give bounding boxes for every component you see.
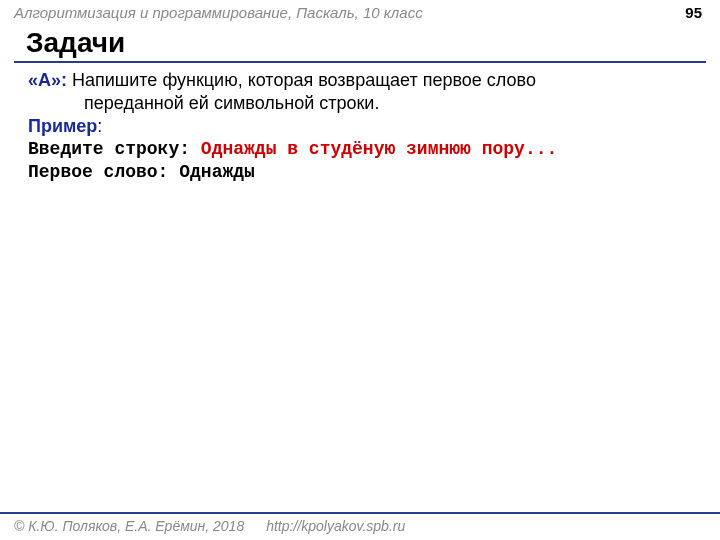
task-level-label: «A»:	[28, 70, 67, 90]
example-prompt: Введите строку:	[28, 139, 201, 159]
slide: Алгоритмизация и программирование, Паска…	[0, 0, 720, 540]
task-text-1: Напишите функцию, которая возвращает пер…	[67, 70, 536, 90]
footer-url: http://kpolyakov.spb.ru	[266, 518, 405, 534]
example-label-line: Пример:	[28, 115, 692, 138]
example-user-input: Однажды в студёную зимнюю пору...	[201, 139, 557, 159]
example-colon: :	[97, 116, 102, 136]
example-result-label: Первое слово:	[28, 162, 179, 182]
task-line-1: «A»: Напишите функцию, которая возвращае…	[28, 69, 692, 92]
example-output-line: Первое слово: Однажды	[28, 161, 692, 184]
course-label: Алгоритмизация и программирование, Паска…	[14, 4, 423, 21]
footer-copyright: © К.Ю. Поляков, Е.А. Ерёмин, 2018	[14, 518, 244, 534]
title-wrap: Задачи	[14, 28, 706, 63]
example-result-value: Однажды	[179, 162, 255, 182]
task-text-2: переданной ей символьной строки.	[28, 92, 692, 115]
example-label: Пример	[28, 116, 97, 136]
footer: © К.Ю. Поляков, Е.А. Ерёмин, 2018 http:/…	[0, 512, 720, 540]
slide-body: «A»: Напишите функцию, которая возвращае…	[0, 63, 720, 184]
example-input-line: Введите строку: Однажды в студёную зимню…	[28, 138, 692, 161]
header-bar: Алгоритмизация и программирование, Паска…	[0, 0, 720, 28]
page-number: 95	[685, 4, 702, 21]
page-title: Задачи	[14, 28, 706, 63]
